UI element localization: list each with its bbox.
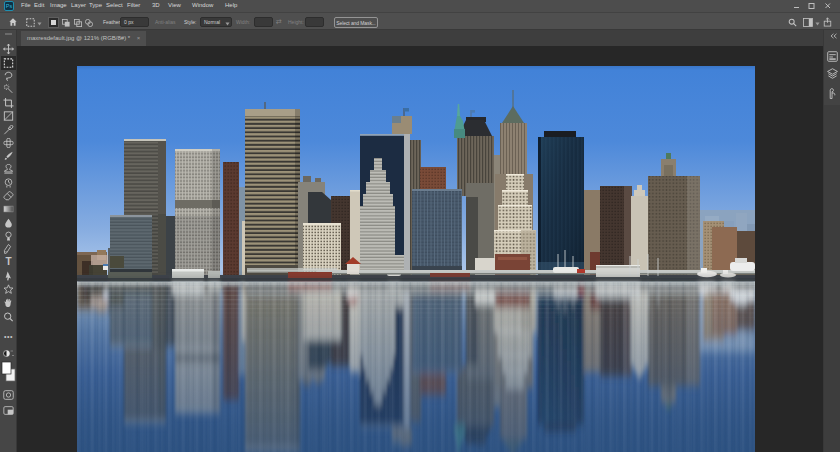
svg-text:Ps: Ps xyxy=(6,3,13,9)
